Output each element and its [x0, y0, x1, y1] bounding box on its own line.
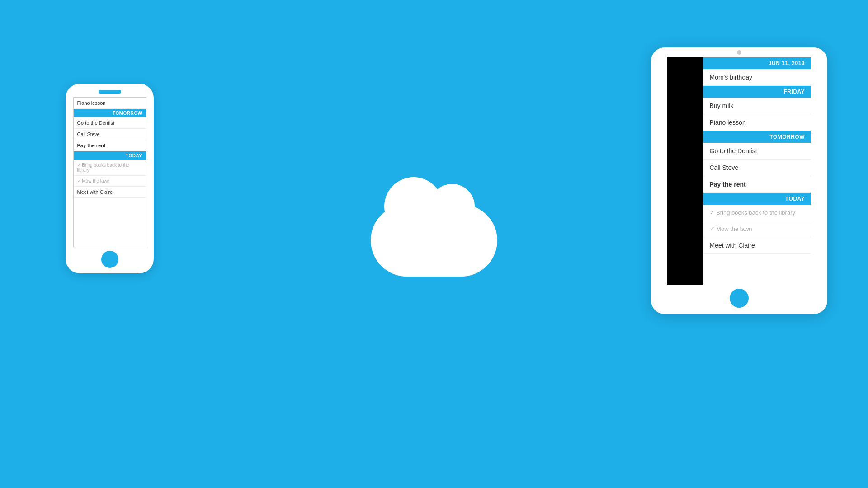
phone-list-item[interactable]: ✓ Mow the lawn [74, 176, 146, 187]
tablet-list-item[interactable]: Meet with Claire [703, 237, 811, 254]
tablet-section-header: TODAY [703, 193, 811, 205]
tablet-list-item[interactable]: Buy milk [703, 98, 811, 114]
phone-list-item[interactable]: ✓ Bring books back to the library [74, 160, 146, 176]
tablet-list-item[interactable]: ✓ Bring books back to the library [703, 205, 811, 221]
phone-home-button[interactable] [101, 251, 118, 268]
phone-screen: Piano lessonTOMORROWGo to the DentistCal… [73, 97, 146, 247]
phone-section-header: TODAY [74, 151, 146, 160]
tablet-section-header: JUN 11, 2013 [703, 57, 811, 69]
phone-device: Piano lessonTOMORROWGo to the DentistCal… [66, 84, 154, 273]
tablet-device: JUN 11, 2013Mom's birthdayFRIDAYBuy milk… [651, 47, 827, 314]
tablet-list-item[interactable]: Go to the Dentist [703, 143, 811, 160]
tablet-list-item[interactable]: Piano lesson [703, 114, 811, 131]
phone-list: Piano lessonTOMORROWGo to the DentistCal… [74, 98, 146, 247]
phone-list-item[interactable]: Piano lesson [74, 98, 146, 109]
phone-section-header: TOMORROW [74, 109, 146, 117]
phone-list-item[interactable]: Pay the rent [74, 140, 146, 151]
phone-list-item[interactable]: Go to the Dentist [74, 117, 146, 129]
tablet-section-header: FRIDAY [703, 86, 811, 98]
tablet-home-button[interactable] [730, 289, 749, 308]
phone-speaker [99, 90, 121, 94]
tablet-section-header: TOMORROW [703, 131, 811, 143]
tablet-list: JUN 11, 2013Mom's birthdayFRIDAYBuy milk… [667, 57, 811, 285]
tablet-list-item[interactable]: ✓ Mow the lawn [703, 221, 811, 237]
tablet-list-item[interactable]: Call Steve [703, 160, 811, 176]
cloud-decoration [371, 204, 497, 277]
phone-list-item[interactable]: Call Steve [74, 129, 146, 140]
tablet-list-item[interactable]: Pay the rent [703, 176, 811, 193]
phone-list-item[interactable]: Meet with Claire [74, 187, 146, 198]
tablet-camera [737, 50, 741, 55]
tablet-top-bar [651, 47, 827, 57]
tablet-screen: JUN 11, 2013Mom's birthdayFRIDAYBuy milk… [667, 57, 811, 285]
tablet-list-item[interactable]: Mom's birthday [703, 69, 811, 86]
